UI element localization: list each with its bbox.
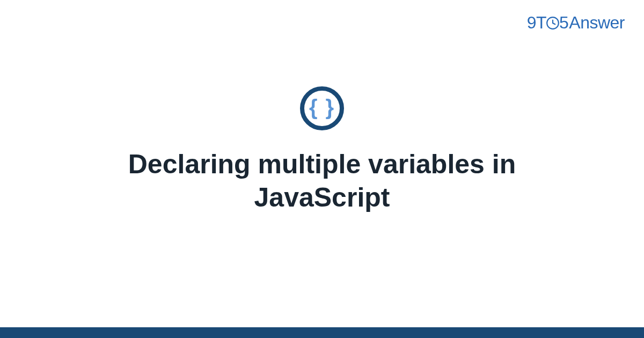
main-content: { } Declaring multiple variables in Java… (0, 0, 644, 338)
category-icon-circle: { } (300, 86, 344, 130)
code-braces-icon: { } (309, 97, 335, 118)
footer-accent-bar (0, 327, 644, 338)
page-title: Declaring multiple variables in JavaScri… (64, 148, 580, 215)
